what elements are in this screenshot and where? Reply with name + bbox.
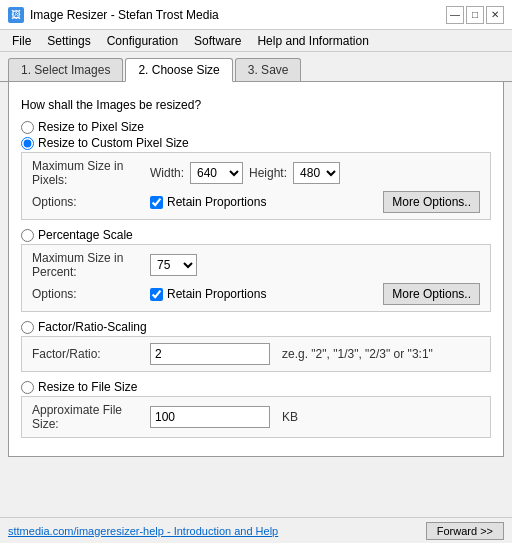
forward-button[interactable]: Forward >> xyxy=(426,522,504,540)
radio-file-size-option: Resize to File Size xyxy=(21,380,491,394)
app-icon: 🖼 xyxy=(8,7,24,23)
tabs-bar: 1. Select Images 2. Choose Size 3. Save xyxy=(0,52,512,82)
question-text: How shall the Images be resized? xyxy=(21,92,491,120)
radio-pixel-size-option: Resize to Pixel Size xyxy=(21,120,491,134)
kb-label: KB xyxy=(282,410,298,424)
factor-ratio-box: Factor/Ratio: ze.g. "2", "1/3", "2/3" or… xyxy=(21,336,491,372)
approx-file-size-input[interactable] xyxy=(150,406,270,428)
radio-factor-option: Factor/Ratio-Scaling xyxy=(21,320,491,334)
help-link[interactable]: sttmedia.com/imageresizer-help - Introdu… xyxy=(8,525,278,537)
window-controls: — □ ✕ xyxy=(446,6,504,24)
height-label: Height: xyxy=(249,166,287,180)
maximize-button[interactable]: □ xyxy=(466,6,484,24)
percentage-options-row: Options: Retain Proportions More Options… xyxy=(32,283,480,305)
tab-save[interactable]: 3. Save xyxy=(235,58,302,81)
percent-select[interactable]: 75 25 50 100 125 150 200 xyxy=(150,254,197,276)
width-select[interactable]: 640 320 480 800 1024 xyxy=(190,162,243,184)
radio-percentage-option: Percentage Scale xyxy=(21,228,491,242)
retain-proportions-checkbox-2[interactable] xyxy=(150,288,163,301)
radio-pixel-size-label[interactable]: Resize to Pixel Size xyxy=(38,120,144,134)
custom-pixel-options-label: Options: xyxy=(32,195,142,209)
radio-file-size[interactable] xyxy=(21,381,34,394)
menu-settings[interactable]: Settings xyxy=(39,32,98,49)
factor-ratio-label: Factor/Ratio: xyxy=(32,347,142,361)
percent-field-group: 75 25 50 100 125 150 200 xyxy=(150,254,480,276)
custom-pixel-retain-group: Retain Proportions xyxy=(150,195,266,209)
close-button[interactable]: ✕ xyxy=(486,6,504,24)
height-select[interactable]: 480 240 320 600 768 xyxy=(293,162,340,184)
width-field-group: Width: 640 320 480 800 1024 Height: 480 … xyxy=(150,162,480,184)
radio-factor-ratio-label[interactable]: Factor/Ratio-Scaling xyxy=(38,320,147,334)
title-bar-left: 🖼 Image Resizer - Stefan Trost Media xyxy=(8,7,219,23)
minimize-button[interactable]: — xyxy=(446,6,464,24)
retain-proportions-label-2[interactable]: Retain Proportions xyxy=(167,287,266,301)
radio-factor-ratio[interactable] xyxy=(21,321,34,334)
window-title: Image Resizer - Stefan Trost Media xyxy=(30,8,219,22)
width-label: Width: xyxy=(150,166,184,180)
more-options-button-2[interactable]: More Options.. xyxy=(383,283,480,305)
radio-pixel-size[interactable] xyxy=(21,121,34,134)
file-size-row: Approximate File Size: KB xyxy=(32,403,480,431)
more-options-button-1[interactable]: More Options.. xyxy=(383,191,480,213)
tab-choose-size[interactable]: 2. Choose Size xyxy=(125,58,232,82)
content-wrapper: How shall the Images be resized? Resize … xyxy=(0,82,512,465)
percentage-size-row: Maximum Size in Percent: 75 25 50 100 12… xyxy=(32,251,480,279)
radio-percentage-scale[interactable] xyxy=(21,229,34,242)
factor-ratio-input[interactable] xyxy=(150,343,270,365)
custom-pixel-options-row: Options: Retain Proportions More Options… xyxy=(32,191,480,213)
retain-proportions-checkbox-1[interactable] xyxy=(150,196,163,209)
menu-bar: File Settings Configuration Software Hel… xyxy=(0,30,512,52)
radio-percentage-scale-label[interactable]: Percentage Scale xyxy=(38,228,133,242)
approx-file-size-label: Approximate File Size: xyxy=(32,403,142,431)
menu-file[interactable]: File xyxy=(4,32,39,49)
percentage-retain-group: Retain Proportions xyxy=(150,287,266,301)
title-bar: 🖼 Image Resizer - Stefan Trost Media — □… xyxy=(0,0,512,30)
menu-help[interactable]: Help and Information xyxy=(249,32,376,49)
menu-configuration[interactable]: Configuration xyxy=(99,32,186,49)
max-size-percent-label: Maximum Size in Percent: xyxy=(32,251,142,279)
radio-file-size-label[interactable]: Resize to File Size xyxy=(38,380,137,394)
percentage-scale-box: Maximum Size in Percent: 75 25 50 100 12… xyxy=(21,244,491,312)
radio-custom-pixel-option: Resize to Custom Pixel Size xyxy=(21,136,491,150)
menu-software[interactable]: Software xyxy=(186,32,249,49)
file-size-box: Approximate File Size: KB xyxy=(21,396,491,438)
radio-custom-pixel-size[interactable] xyxy=(21,137,34,150)
radio-custom-pixel-size-label[interactable]: Resize to Custom Pixel Size xyxy=(38,136,189,150)
retain-proportions-label-1[interactable]: Retain Proportions xyxy=(167,195,266,209)
custom-pixel-size-box: Maximum Size in Pixels: Width: 640 320 4… xyxy=(21,152,491,220)
factor-hint: ze.g. "2", "1/3", "2/3" or "3:1" xyxy=(282,347,433,361)
main-content: How shall the Images be resized? Resize … xyxy=(8,82,504,457)
status-bar: sttmedia.com/imageresizer-help - Introdu… xyxy=(0,517,512,543)
custom-pixel-size-row: Maximum Size in Pixels: Width: 640 320 4… xyxy=(32,159,480,187)
tab-select-images[interactable]: 1. Select Images xyxy=(8,58,123,81)
max-size-pixels-label: Maximum Size in Pixels: xyxy=(32,159,142,187)
percentage-options-label: Options: xyxy=(32,287,142,301)
factor-ratio-row: Factor/Ratio: ze.g. "2", "1/3", "2/3" or… xyxy=(32,343,480,365)
